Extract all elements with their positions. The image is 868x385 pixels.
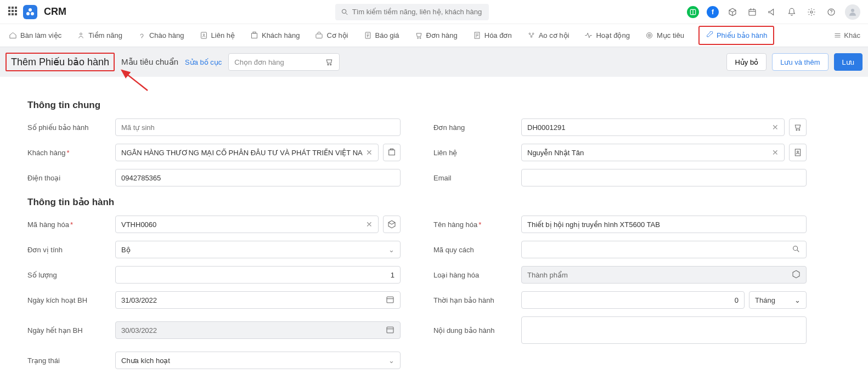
label-email: Email bbox=[433, 174, 516, 182]
item-lookup-button[interactable] bbox=[383, 216, 401, 233]
clear-icon[interactable]: ✕ bbox=[772, 148, 779, 157]
phone-input[interactable] bbox=[115, 169, 401, 186]
nav-opportunity[interactable]: Cơ hội bbox=[314, 28, 349, 43]
svg-point-23 bbox=[831, 13, 831, 14]
nav-label: Bàn làm việc bbox=[20, 31, 61, 39]
label-item-type: Loại hàng hóa bbox=[433, 271, 516, 279]
ticket-no-input[interactable] bbox=[115, 118, 401, 136]
label-expire: Ngày hết hạn BH bbox=[27, 326, 110, 335]
bell-icon[interactable] bbox=[786, 6, 798, 18]
clear-icon[interactable]: ✕ bbox=[366, 148, 373, 157]
order-picker[interactable]: Chọn đơn hàng bbox=[228, 53, 340, 71]
nav-offers[interactable]: Chào hàng bbox=[137, 28, 185, 43]
label-item-code: Mã hàng hóa* bbox=[27, 220, 110, 229]
nav-pool[interactable]: Ao cơ hội bbox=[526, 28, 571, 43]
search-icon bbox=[341, 8, 349, 16]
save-button[interactable]: Lưu bbox=[834, 53, 863, 71]
nav-invoices[interactable]: Hóa đơn bbox=[472, 28, 513, 43]
nav-label: Chào hàng bbox=[149, 31, 184, 39]
edit-layout-link[interactable]: Sửa bố cục bbox=[185, 58, 222, 66]
customer-lookup-button[interactable] bbox=[383, 144, 401, 161]
topbar: CRM f bbox=[0, 0, 868, 24]
order-picker-placeholder: Chọn đơn hàng bbox=[234, 58, 284, 66]
order-lookup-button[interactable] bbox=[789, 118, 807, 136]
nav-label: Báo giá bbox=[375, 31, 399, 39]
subbar: Thêm Phiếu bảo hành Mẫu tiêu chuẩn Sửa b… bbox=[0, 47, 868, 77]
spec-input[interactable] bbox=[521, 241, 807, 258]
save-and-add-button[interactable]: Lưu và thêm bbox=[772, 53, 828, 71]
label-content: Nội dung bảo hành bbox=[433, 326, 516, 335]
search-input[interactable] bbox=[352, 8, 483, 16]
nav-warranty[interactable]: Phiếu bảo hành bbox=[698, 26, 774, 45]
svg-rect-58 bbox=[389, 150, 395, 155]
period-unit-select[interactable]: Tháng⌄ bbox=[749, 291, 807, 309]
app-logo bbox=[23, 5, 37, 19]
cancel-button[interactable]: Hủy bỏ bbox=[726, 53, 766, 71]
order-input[interactable]: ✕ bbox=[521, 118, 785, 136]
label-unit: Đơn vị tính bbox=[27, 246, 110, 254]
contact-lookup-button[interactable] bbox=[789, 144, 807, 161]
help-icon[interactable] bbox=[825, 6, 837, 18]
item-type-field: Thành phẩm bbox=[521, 266, 807, 284]
svg-point-21 bbox=[810, 11, 813, 13]
item-code-input[interactable]: ✕ bbox=[115, 216, 379, 233]
item-name-input[interactable] bbox=[521, 216, 807, 233]
chevron-down-icon: ⌄ bbox=[794, 296, 801, 304]
period-value-input[interactable] bbox=[521, 291, 745, 309]
label-customer: Khách hàng* bbox=[27, 149, 110, 157]
apps-grid-icon[interactable] bbox=[8, 6, 18, 18]
status-select[interactable]: Chưa kích hoạt⌄ bbox=[115, 352, 401, 369]
calendar-icon[interactable] bbox=[386, 295, 394, 305]
contact-input[interactable]: ✕ bbox=[521, 144, 785, 161]
facebook-icon[interactable]: f bbox=[707, 6, 719, 18]
svg-rect-7 bbox=[12, 13, 14, 15]
nav-label: Cơ hội bbox=[326, 31, 348, 39]
calendar-icon[interactable] bbox=[746, 6, 758, 18]
svg-point-44 bbox=[531, 36, 532, 38]
chevron-down-icon: ⌄ bbox=[388, 246, 394, 254]
svg-rect-6 bbox=[8, 13, 10, 15]
activate-date-input[interactable] bbox=[115, 291, 401, 309]
form: Thông tin chung Số phiếu bảo hành Đơn hà… bbox=[0, 77, 868, 385]
guide-icon[interactable] bbox=[687, 6, 699, 18]
template-label: Mẫu tiêu chuẩn bbox=[121, 57, 178, 67]
customer-input[interactable]: ✕ bbox=[115, 144, 379, 161]
svg-rect-5 bbox=[15, 10, 17, 12]
svg-line-46 bbox=[531, 35, 533, 36]
nav-contacts[interactable]: Liên hệ bbox=[199, 28, 236, 43]
box-icon[interactable] bbox=[726, 6, 739, 18]
svg-point-28 bbox=[203, 34, 205, 36]
content-textarea[interactable] bbox=[521, 316, 807, 344]
nav-customers[interactable]: Khách hàng bbox=[249, 28, 301, 43]
nav-goals[interactable]: Mục tiêu bbox=[644, 28, 685, 43]
svg-rect-3 bbox=[8, 10, 10, 12]
nav-more[interactable]: Khác bbox=[833, 31, 860, 39]
svg-point-53 bbox=[328, 64, 329, 65]
svg-line-13 bbox=[346, 13, 347, 14]
app-title: CRM bbox=[44, 6, 66, 18]
gear-icon[interactable] bbox=[805, 6, 818, 18]
svg-rect-2 bbox=[15, 7, 17, 9]
svg-point-12 bbox=[342, 9, 346, 13]
svg-point-42 bbox=[529, 33, 531, 35]
nav-desk[interactable]: Bàn làm việc bbox=[8, 28, 63, 43]
email-input[interactable] bbox=[521, 169, 807, 186]
expire-date-field: 30/03/2022 bbox=[115, 321, 401, 339]
nav-leads[interactable]: Tiềm năng bbox=[76, 28, 123, 43]
megaphone-icon[interactable] bbox=[766, 6, 778, 18]
svg-point-11 bbox=[31, 12, 34, 15]
clear-icon[interactable]: ✕ bbox=[366, 220, 373, 229]
nav-quotes[interactable]: $Báo giá bbox=[363, 28, 401, 43]
nav-orders[interactable]: Đơn hàng bbox=[414, 28, 459, 43]
section-warranty: Thông tin bảo hành bbox=[27, 196, 841, 208]
cart-icon bbox=[325, 58, 334, 66]
svg-line-63 bbox=[797, 250, 799, 252]
nav-label: Hoạt động bbox=[596, 31, 630, 39]
nav-activity[interactable]: Hoạt động bbox=[583, 28, 631, 43]
global-search[interactable] bbox=[335, 4, 489, 20]
unit-select[interactable]: Bộ⌄ bbox=[115, 241, 401, 258]
user-avatar[interactable] bbox=[845, 4, 860, 20]
clear-icon[interactable]: ✕ bbox=[772, 123, 779, 132]
nav-label: Hóa đơn bbox=[484, 31, 512, 39]
qty-input[interactable] bbox=[115, 266, 401, 284]
